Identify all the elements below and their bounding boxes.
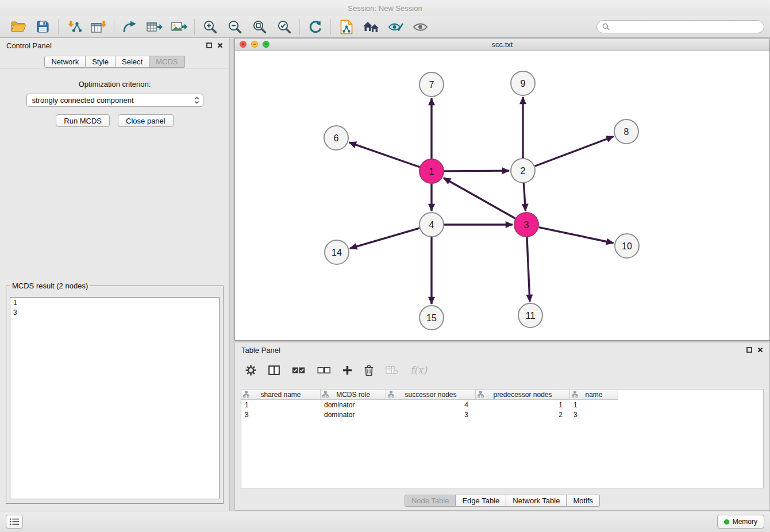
search-icon (602, 23, 610, 30)
graphics-details-button[interactable] (383, 17, 408, 37)
edge-4-14[interactable] (350, 228, 419, 248)
list-icon (9, 518, 20, 526)
close-panel-button[interactable]: Close panel (118, 114, 174, 127)
search-box[interactable] (596, 20, 764, 33)
table-tab-motifs[interactable]: Motifs (567, 495, 600, 507)
table-cell[interactable]: 1 (241, 400, 321, 410)
node-11[interactable]: 11 (518, 303, 542, 327)
minimize-window-icon[interactable]: − (251, 41, 258, 48)
table-settings-button[interactable] (245, 365, 256, 376)
export-image-button[interactable] (167, 17, 191, 37)
optimization-criterion-select[interactable]: strongly connected component (26, 94, 203, 107)
snapshot-button[interactable] (334, 17, 359, 37)
table-cell[interactable]: 4 (386, 400, 476, 410)
toolbar-separator (58, 19, 59, 35)
node-10[interactable]: 10 (615, 234, 639, 258)
node-2[interactable]: 2 (511, 159, 535, 183)
table-cell[interactable]: 3 (570, 410, 618, 419)
show-columns-button[interactable] (268, 365, 280, 375)
import-network-button[interactable] (61, 17, 86, 37)
attribute-tree-icon (478, 391, 484, 399)
network-graph[interactable]: 7968124314101511 (235, 51, 769, 340)
table-tab-network-table[interactable]: Network Table (506, 495, 567, 507)
zoom-window-icon[interactable]: + (263, 41, 270, 48)
node-1[interactable]: 1 (419, 159, 444, 183)
zoom-fit-button[interactable] (247, 17, 272, 37)
table-cell[interactable]: dominator (321, 410, 386, 419)
eye-button[interactable] (408, 17, 433, 37)
edge-1-2[interactable] (444, 171, 509, 171)
table-cell[interactable]: 3 (386, 410, 476, 419)
column-header-MCDS-role[interactable]: MCDS role (321, 390, 386, 400)
table-panel-header: Table Panel (235, 342, 769, 357)
table-row[interactable]: 3dominator323 (241, 410, 618, 419)
create-column-button[interactable] (342, 365, 352, 375)
memory-status-dot (724, 519, 729, 525)
tab-style[interactable]: Style (86, 56, 116, 68)
tab-mcds[interactable]: MCDS (149, 56, 184, 68)
delete-table-button[interactable] (386, 365, 398, 375)
edge-2-8[interactable] (535, 136, 614, 166)
export-table-button[interactable] (142, 17, 167, 37)
table-cell[interactable]: 2 (476, 410, 570, 419)
close-panel-icon[interactable] (757, 347, 763, 353)
tab-select[interactable]: Select (116, 56, 149, 68)
column-header-shared-name[interactable]: shared name (241, 390, 321, 400)
memory-label: Memory (733, 518, 757, 526)
table-tab-edge-table[interactable]: Edge Table (456, 495, 506, 507)
run-mcds-button[interactable]: Run MCDS (56, 114, 110, 127)
zoom-selected-button[interactable] (272, 17, 297, 37)
unselect-all-columns-button[interactable] (317, 367, 330, 374)
node-3[interactable]: 3 (514, 213, 538, 237)
column-header-predecessor-nodes[interactable]: predecessor nodes (476, 390, 570, 400)
edge-3-11[interactable] (527, 237, 530, 302)
table-row[interactable]: 1dominator411 (241, 400, 618, 410)
refresh-button[interactable] (303, 17, 328, 37)
save-session-button[interactable] (30, 17, 55, 37)
zoom-out-button[interactable] (222, 17, 247, 37)
table-cell[interactable]: 3 (241, 410, 321, 419)
memory-button[interactable]: Memory (717, 515, 764, 529)
select-all-columns-button[interactable] (292, 367, 305, 374)
network-window-titlebar[interactable]: × − + scc.txt (235, 38, 769, 51)
fx-icon: f(x) (410, 364, 427, 376)
node-9[interactable]: 9 (511, 71, 535, 95)
node-8[interactable]: 8 (614, 119, 638, 144)
search-input[interactable] (613, 23, 759, 31)
svg-text:14: 14 (332, 248, 342, 257)
node-15[interactable]: 15 (419, 306, 444, 330)
import-table-button[interactable] (86, 17, 111, 37)
close-panel-icon[interactable] (217, 43, 223, 48)
mcds-result-area[interactable]: 13 (10, 297, 220, 499)
close-window-icon[interactable]: × (240, 41, 247, 48)
column-header-successor-nodes[interactable]: successor nodes (386, 390, 476, 400)
tab-network[interactable]: Network (44, 56, 86, 68)
open-session-button[interactable] (6, 17, 30, 37)
delete-column-button[interactable] (364, 365, 374, 376)
task-history-button[interactable] (6, 515, 23, 529)
toolbar-separator (114, 19, 114, 35)
column-header-name[interactable]: name (570, 390, 618, 400)
status-bar: Memory (0, 511, 770, 532)
table-cell[interactable]: 1 (476, 400, 570, 410)
columns-icon (268, 365, 280, 375)
float-panel-icon[interactable] (746, 347, 752, 353)
node-4[interactable]: 4 (419, 213, 444, 237)
edge-3-10[interactable] (539, 228, 614, 243)
table-tab-node-table[interactable]: Node Table (405, 495, 456, 507)
chevron-updown-icon (194, 97, 199, 104)
home-button[interactable] (359, 17, 383, 37)
node-7[interactable]: 7 (419, 72, 444, 97)
float-panel-icon[interactable] (206, 43, 212, 48)
node-14[interactable]: 14 (325, 240, 349, 264)
node-6[interactable]: 6 (324, 126, 348, 150)
edge-2-3[interactable] (523, 183, 525, 211)
edge-1-6[interactable] (349, 142, 420, 167)
function-builder-button[interactable]: f(x) (410, 364, 427, 376)
table-cell[interactable]: 1 (570, 400, 618, 410)
export-network-button[interactable] (117, 17, 142, 37)
edge-3-1[interactable] (444, 178, 515, 218)
zoom-in-button[interactable] (198, 17, 222, 37)
network-canvas[interactable]: 7968124314101511 (235, 51, 769, 340)
table-cell[interactable]: dominator (321, 400, 386, 410)
